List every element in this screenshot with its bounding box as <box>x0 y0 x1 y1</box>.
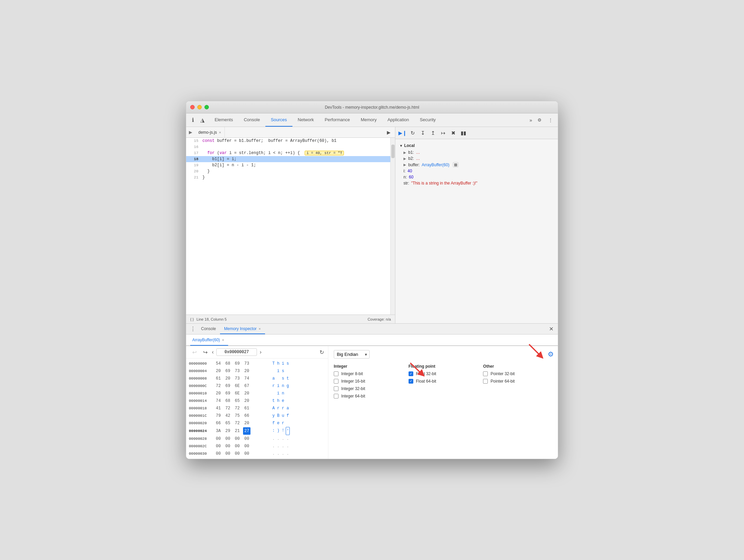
float32-checkbox[interactable] <box>409 371 413 376</box>
mi-gear-btn[interactable]: ⚙ <box>548 350 554 358</box>
step-out-btn[interactable]: ↥ <box>429 129 437 137</box>
mi-address-input[interactable] <box>216 348 257 356</box>
mi-addr-prev[interactable]: ‹ <box>212 349 214 355</box>
hex-byte-6-3[interactable]: 61 <box>243 405 250 412</box>
hex-byte-10-3[interactable]: 00 <box>243 435 250 443</box>
tab-memory[interactable]: Memory <box>355 113 382 127</box>
hex-byte-1-3[interactable]: 20 <box>243 367 250 375</box>
hex-byte-12-2[interactable]: 00 <box>234 450 241 457</box>
hex-byte-12-0[interactable]: 00 <box>215 450 222 457</box>
hex-byte-0-1[interactable]: 68 <box>224 360 232 367</box>
hex-byte-4-3[interactable]: 20 <box>243 390 250 397</box>
hex-byte-8-3[interactable]: 20 <box>243 419 250 427</box>
tab-memory-inspector[interactable]: Memory Inspector × <box>220 324 265 334</box>
hex-byte-0-2[interactable]: 69 <box>234 360 241 367</box>
tab-security[interactable]: Security <box>414 113 441 127</box>
memory-inspector-tab-close[interactable]: × <box>259 327 261 331</box>
hex-byte-9-2[interactable]: 21 <box>234 427 241 435</box>
int8-checkbox[interactable] <box>334 371 338 376</box>
hex-byte-3-1[interactable]: 69 <box>224 382 232 390</box>
hex-byte-7-1[interactable]: 42 <box>224 412 232 419</box>
file-tab-close[interactable]: × <box>219 130 221 134</box>
deactivate-btn[interactable]: ✖ <box>449 129 458 137</box>
hex-byte-5-0[interactable]: 74 <box>215 397 222 405</box>
hex-byte-2-3[interactable]: 74 <box>243 375 250 382</box>
hex-byte-11-1[interactable]: 00 <box>224 443 232 450</box>
hex-byte-2-2[interactable]: 73 <box>234 375 241 382</box>
tab-application[interactable]: Application <box>382 113 415 127</box>
hex-byte-1-2[interactable]: 73 <box>234 367 241 375</box>
step-btn[interactable]: ↦ <box>439 129 447 137</box>
mi-refresh-btn[interactable]: ↻ <box>320 349 324 356</box>
close-button[interactable] <box>190 105 195 109</box>
hex-byte-10-2[interactable]: 00 <box>234 435 241 443</box>
scope-item-b1[interactable]: ▶ b1: … <box>395 149 558 155</box>
hex-byte-4-2[interactable]: 6E <box>234 390 241 397</box>
tab-performance[interactable]: Performance <box>319 113 355 127</box>
hex-byte-7-0[interactable]: 79 <box>215 412 222 419</box>
hex-byte-10-1[interactable]: 00 <box>224 435 232 443</box>
close-bottom-panel-btn[interactable]: ✕ <box>547 325 555 333</box>
mi-forward-btn[interactable]: ↪ <box>201 348 209 356</box>
int64-checkbox[interactable] <box>334 394 338 399</box>
hex-byte-9-1[interactable]: 29 <box>224 427 232 435</box>
endian-select[interactable]: Big Endian Little Endian <box>334 350 370 359</box>
tab-sources[interactable]: Sources <box>265 113 292 127</box>
tab-console[interactable]: Console <box>238 113 265 127</box>
tab-network[interactable]: Network <box>292 113 320 127</box>
mi-addr-next[interactable]: › <box>260 349 261 355</box>
hex-byte-11-0[interactable]: 00 <box>215 443 222 450</box>
tab-overflow[interactable]: » <box>527 117 535 123</box>
hex-byte-4-1[interactable]: 69 <box>224 390 232 397</box>
bottom-panel-menu[interactable]: ⋮ <box>189 325 197 333</box>
int16-checkbox[interactable] <box>334 379 338 384</box>
resume-btn[interactable]: ▶❙ <box>398 129 407 137</box>
hex-byte-0-3[interactable]: 73 <box>243 360 250 367</box>
mi-back-btn[interactable]: ↩ <box>190 348 198 356</box>
hex-byte-12-3[interactable]: 00 <box>243 450 250 457</box>
hex-byte-8-2[interactable]: 72 <box>234 419 241 427</box>
hex-byte-11-2[interactable]: 00 <box>234 443 241 450</box>
hex-byte-8-1[interactable]: 65 <box>224 419 232 427</box>
ptr32-checkbox[interactable] <box>483 371 488 376</box>
hex-byte-2-1[interactable]: 20 <box>224 375 232 382</box>
hex-byte-6-2[interactable]: 72 <box>234 405 241 412</box>
settings-icon[interactable]: ⚙ <box>535 115 544 125</box>
code-scrollbar[interactable] <box>390 138 395 315</box>
hex-byte-10-0[interactable]: 00 <box>215 435 222 443</box>
scope-item-b2[interactable]: ▶ b2: … <box>395 155 558 161</box>
maximize-button[interactable] <box>204 105 209 109</box>
mobile-icon[interactable]: ◮ <box>198 116 206 124</box>
more-options-icon[interactable]: ⋮ <box>546 115 555 125</box>
float64-checkbox[interactable] <box>409 379 413 384</box>
hex-byte-5-3[interactable]: 20 <box>243 397 250 405</box>
hex-byte-12-1[interactable]: 00 <box>224 450 232 457</box>
step-over-btn[interactable]: ↻ <box>408 129 417 137</box>
file-tab-demo[interactable]: demo-js.js × <box>195 127 225 137</box>
hex-byte-11-3[interactable]: 00 <box>243 443 250 450</box>
hex-byte-7-3[interactable]: 66 <box>243 412 250 419</box>
pause-exceptions-btn[interactable]: ▮▮ <box>459 129 468 137</box>
hex-byte-9-0[interactable]: 3A <box>215 427 222 435</box>
hex-byte-0-0[interactable]: 54 <box>215 360 222 367</box>
minimize-button[interactable] <box>197 105 202 109</box>
hex-byte-2-0[interactable]: 61 <box>215 375 222 382</box>
hex-byte-3-0[interactable]: 72 <box>215 382 222 390</box>
hex-byte-3-3[interactable]: 67 <box>243 382 250 390</box>
hex-byte-8-0[interactable]: 66 <box>215 419 222 427</box>
memory-inspect-icon[interactable]: ▦ <box>453 162 458 167</box>
hex-byte-1-1[interactable]: 69 <box>224 367 232 375</box>
hex-byte-7-2[interactable]: 75 <box>234 412 241 419</box>
hex-byte-1-0[interactable]: 20 <box>215 367 222 375</box>
step-into-btn[interactable]: ↧ <box>418 129 427 137</box>
hex-byte-5-1[interactable]: 68 <box>224 397 232 405</box>
hex-byte-6-0[interactable]: 41 <box>215 405 222 412</box>
hex-byte-4-0[interactable]: 20 <box>215 390 222 397</box>
arraybuffer-tab[interactable]: ArrayBuffer(60) × <box>190 335 228 346</box>
cursor-icon[interactable]: ℹ <box>189 116 197 124</box>
hex-byte-9-3[interactable]: 27 <box>243 427 250 435</box>
scope-item-buffer[interactable]: ▶ buffer: ArrayBuffer(60) ▦ <box>395 161 558 168</box>
hex-byte-3-2[interactable]: 6E <box>234 382 241 390</box>
hex-byte-6-1[interactable]: 72 <box>224 405 232 412</box>
ptr64-checkbox[interactable] <box>483 379 488 384</box>
